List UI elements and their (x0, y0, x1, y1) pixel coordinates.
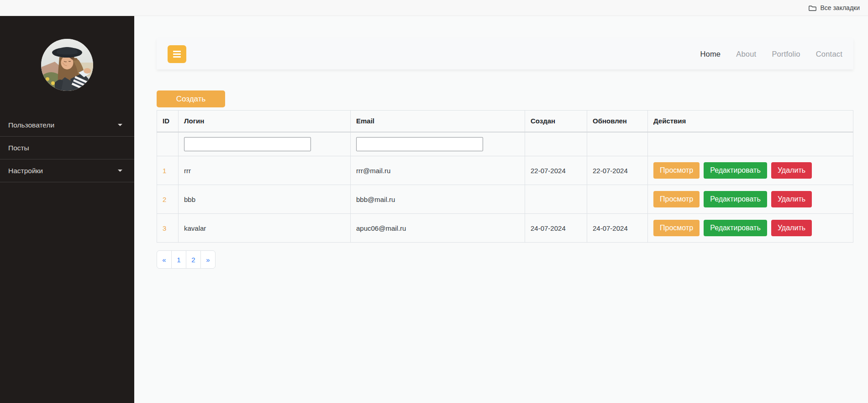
screen: Все закладки (0, 0, 868, 403)
pagination-page-1[interactable]: 1 (171, 250, 186, 269)
sidebar-item-users[interactable]: Пользователи (0, 114, 134, 137)
login-cell: bbb (179, 185, 351, 214)
folder-icon (809, 5, 816, 11)
nav-link-home[interactable]: Home (700, 50, 721, 58)
sidebar-item-posts[interactable]: Посты (0, 137, 134, 159)
sidebar-item-label: Посты (8, 144, 29, 152)
sidebar-item-label: Пользователи (8, 121, 54, 129)
table-row: 2 bbb bbb@mail.ru Просмотр Редактировать… (157, 185, 853, 214)
filter-cell-empty (525, 132, 587, 156)
sidebar: Пользователи Посты Настройки (0, 16, 134, 403)
filter-cell-empty (648, 132, 853, 156)
table-row: 3 kavalar apuc06@mail.ru 24-07-2024 24-0… (157, 214, 853, 243)
main-content: Home About Portfolio Contact Создать ID … (134, 16, 868, 403)
login-cell: rrr (179, 156, 351, 185)
users-table: ID Логин Email Создан Обновлен Действия (157, 110, 853, 243)
delete-button[interactable]: Удалить (771, 220, 812, 236)
col-header-updated: Обновлен (587, 111, 648, 132)
chevron-down-icon (118, 170, 122, 172)
nav-link-portfolio[interactable]: Portfolio (772, 50, 800, 58)
all-bookmarks-label: Все закладки (820, 4, 860, 11)
id-cell: 1 (157, 156, 179, 185)
filter-row (157, 132, 853, 156)
filter-cell-login (179, 132, 351, 156)
hamburger-icon (173, 51, 181, 58)
pagination-page-2[interactable]: 2 (186, 250, 201, 269)
actions-cell: Просмотр Редактировать Удалить (648, 156, 853, 185)
email-cell: rrr@mail.ru (351, 156, 525, 185)
user-id-link[interactable]: 2 (163, 196, 166, 203)
col-header-id: ID (157, 111, 179, 132)
edit-button[interactable]: Редактировать (704, 162, 767, 179)
sidebar-menu: Пользователи Посты Настройки (0, 114, 134, 182)
login-cell: kavalar (179, 214, 351, 243)
browser-bookmarks-bar: Все закладки (0, 0, 868, 16)
view-button[interactable]: Просмотр (653, 191, 700, 207)
filter-cell-empty (157, 132, 179, 156)
col-header-created: Создан (525, 111, 587, 132)
sidebar-item-settings[interactable]: Настройки (0, 159, 134, 182)
table-row: 1 rrr rrr@mail.ru 22-07-2024 22-07-2024 … (157, 156, 853, 185)
edit-button[interactable]: Редактировать (704, 191, 767, 207)
id-cell: 3 (157, 214, 179, 243)
email-filter-input[interactable] (356, 137, 483, 151)
created-cell: 24-07-2024 (525, 214, 587, 243)
edit-button[interactable]: Редактировать (704, 220, 767, 236)
col-header-login: Логин (179, 111, 351, 132)
user-id-link[interactable]: 1 (163, 167, 166, 175)
all-bookmarks-button[interactable]: Все закладки (806, 3, 863, 13)
table-header-row: ID Логин Email Создан Обновлен Действия (157, 111, 853, 132)
login-filter-input[interactable] (184, 137, 311, 151)
pagination-prev[interactable]: « (157, 250, 172, 269)
view-button[interactable]: Просмотр (653, 162, 700, 179)
email-cell: bbb@mail.ru (351, 185, 525, 214)
updated-cell (587, 185, 648, 214)
col-header-actions: Действия (648, 111, 853, 132)
view-button[interactable]: Просмотр (653, 220, 700, 236)
email-cell: apuc06@mail.ru (351, 214, 525, 243)
updated-cell: 22-07-2024 (587, 156, 648, 185)
menu-toggle-button[interactable] (168, 45, 186, 63)
delete-button[interactable]: Удалить (771, 162, 812, 179)
create-button[interactable]: Создать (157, 90, 225, 107)
filter-cell-empty (587, 132, 648, 156)
nav-links: Home About Portfolio Contact (700, 50, 842, 58)
pagination: « 1 2 » (157, 250, 853, 269)
nav-link-about[interactable]: About (736, 50, 756, 58)
actions-cell: Просмотр Редактировать Удалить (648, 185, 853, 214)
user-id-link[interactable]: 3 (163, 224, 166, 232)
delete-button[interactable]: Удалить (771, 191, 812, 207)
filter-cell-email (351, 132, 525, 156)
sidebar-item-label: Настройки (8, 167, 43, 175)
avatar (41, 39, 93, 91)
top-navbar: Home About Portfolio Contact (157, 38, 853, 69)
nav-link-contact[interactable]: Contact (816, 50, 842, 58)
chevron-down-icon (118, 124, 122, 126)
actions-cell: Просмотр Редактировать Удалить (648, 214, 853, 243)
col-header-email: Email (351, 111, 525, 132)
updated-cell: 24-07-2024 (587, 214, 648, 243)
pagination-next[interactable]: » (200, 250, 216, 269)
id-cell: 2 (157, 185, 179, 214)
created-cell: 22-07-2024 (525, 156, 587, 185)
created-cell (525, 185, 587, 214)
